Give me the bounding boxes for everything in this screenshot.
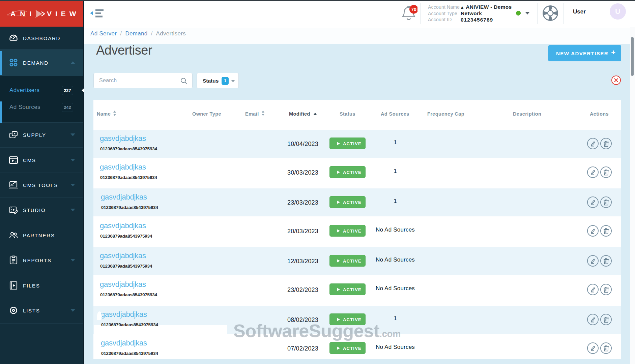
svg-text:70: 70: [411, 7, 416, 12]
